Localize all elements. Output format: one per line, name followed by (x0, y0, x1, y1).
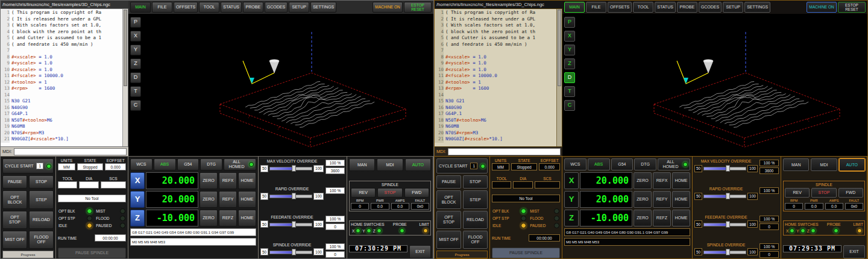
tab-probe[interactable]: PROBE (243, 2, 263, 13)
refz-button[interactable]: REFZ (219, 210, 237, 226)
feedrate-override-slider[interactable] (269, 221, 312, 228)
tab-status[interactable]: STATUS (221, 2, 242, 13)
view-button-x[interactable]: X (130, 31, 141, 42)
tab-settings[interactable]: SETTINGS (744, 2, 770, 13)
pause-button[interactable]: PAUSE (2, 175, 27, 189)
stop-button[interactable]: STOP (29, 175, 54, 189)
g54-button[interactable]: G54 (177, 158, 200, 170)
refy-button[interactable]: REFY (653, 191, 671, 208)
scrollbar-thumb[interactable] (558, 10, 561, 86)
view-button-p[interactable]: P (564, 17, 575, 28)
tab-gcodes[interactable]: GCODES (699, 2, 722, 13)
view-button-y[interactable]: Y (564, 45, 575, 55)
axis-x-button[interactable]: X (130, 172, 145, 189)
home-x-button[interactable]: HOME (238, 172, 256, 189)
flood-off-button[interactable]: FLOOD OFF (29, 231, 54, 249)
tab-file[interactable]: FILE (152, 2, 172, 13)
zero-x-button[interactable]: ZERO (634, 172, 652, 189)
exit-button[interactable]: EXIT (843, 245, 865, 258)
view-button-d[interactable]: D (564, 72, 575, 83)
scrollbar-thumb[interactable] (124, 10, 127, 86)
rapid-override-slider[interactable] (703, 193, 746, 199)
opt-block-button[interactable]: OPT BLOCK (436, 190, 461, 208)
home-z-button[interactable]: HOME (672, 210, 690, 226)
spindle-stop-button[interactable]: STOP (811, 188, 836, 198)
zero-y-button[interactable]: ZERO (200, 191, 218, 208)
slider-handle[interactable] (292, 221, 296, 228)
backplot-view[interactable]: P X Y Z D T C (562, 14, 867, 156)
home-y-button[interactable]: HOME (672, 191, 690, 208)
reload-button[interactable]: RELOAD (29, 211, 54, 229)
view-button-x[interactable]: X (564, 31, 575, 42)
backplot-view[interactable]: P X Y Z D T C (128, 14, 433, 156)
dtg-button[interactable]: DTG (634, 158, 656, 170)
spindle-override-slider[interactable] (269, 249, 312, 255)
abs-button[interactable]: ABS (154, 158, 176, 170)
home-y-button[interactable]: HOME (238, 191, 256, 208)
cycle-start-button[interactable]: CYCLE START 1 (2, 158, 54, 173)
spindle-stop-button[interactable]: STOP (377, 188, 402, 198)
home-z-button[interactable]: HOME (238, 210, 256, 226)
view-button-c[interactable]: C (564, 100, 575, 111)
mdi-mode-button[interactable]: MDI (377, 158, 403, 171)
gcode-editor[interactable]: 1( This program is copyright of Ra2( It … (1, 8, 128, 147)
stop-button[interactable]: STOP (463, 175, 488, 189)
tab-main[interactable]: MAIN (130, 2, 151, 13)
all-homed-button[interactable]: ALL HOMED (658, 158, 690, 170)
step-button[interactable]: STEP (463, 190, 488, 208)
refz-button[interactable]: REFZ (653, 210, 671, 226)
estop-reset-button[interactable]: ESTOP RESET (838, 2, 866, 13)
spindle-override-slider[interactable] (703, 249, 746, 255)
zero-y-button[interactable]: ZERO (634, 191, 652, 208)
view-button-z[interactable]: Z (130, 58, 141, 69)
spindle-fwd-button[interactable]: FWD (838, 188, 863, 198)
tab-tool[interactable]: TOOL (633, 2, 653, 13)
view-button-d[interactable]: D (130, 72, 141, 83)
axis-y-button[interactable]: Y (130, 191, 145, 208)
opt-block-button[interactable]: OPT BLOCK (2, 190, 27, 208)
zero-z-button[interactable]: ZERO (634, 210, 652, 226)
tab-offsets[interactable]: OFFSETS (174, 2, 198, 13)
pause-spindle-button[interactable]: PAUSE SPINDLE (492, 248, 560, 258)
rapid-override-slider[interactable] (269, 193, 312, 199)
tab-probe[interactable]: PROBE (677, 2, 697, 13)
axis-y-button[interactable]: Y (564, 191, 579, 208)
spindle-rev-button[interactable]: REV (785, 188, 810, 198)
all-homed-button[interactable]: ALL HOMED (224, 158, 256, 170)
reload-button[interactable]: RELOAD (463, 211, 488, 229)
refx-button[interactable]: REFX (653, 172, 671, 189)
opt-stop-button[interactable]: OPT STOP (2, 211, 27, 229)
tab-offsets[interactable]: OFFSETS (608, 2, 632, 13)
tab-status[interactable]: STATUS (655, 2, 676, 13)
view-button-p[interactable]: P (130, 17, 141, 28)
auto-mode-button[interactable]: AUTO (405, 158, 431, 171)
slider-handle[interactable] (726, 249, 730, 255)
gcode-editor[interactable]: 1( This program is copyright of Ra2( It … (435, 8, 562, 147)
abs-button[interactable]: ABS (588, 158, 610, 170)
view-button-t[interactable]: T (130, 86, 141, 97)
wcs-button[interactable]: WCS (564, 158, 587, 170)
mist-off-button[interactable]: MIST OFF (436, 231, 461, 249)
machine-on-button[interactable]: MACHINE ON (373, 2, 403, 13)
slider-handle[interactable] (292, 249, 296, 255)
tab-settings[interactable]: SETTINGS (310, 2, 336, 13)
flood-off-button[interactable]: FLOOD OFF (463, 231, 488, 249)
slider-handle[interactable] (726, 221, 730, 228)
axis-z-button[interactable]: Z (564, 210, 579, 226)
refy-button[interactable]: REFY (219, 191, 237, 208)
tab-main[interactable]: MAIN (564, 2, 585, 13)
refx-button[interactable]: REFX (219, 172, 237, 189)
cycle-count-spinbox[interactable]: 1 (470, 163, 477, 169)
man-mode-button[interactable]: MAN (349, 158, 375, 171)
g54-button[interactable]: G54 (611, 158, 634, 170)
view-button-z[interactable]: Z (564, 58, 575, 69)
mdi-input[interactable] (448, 148, 561, 155)
wcs-button[interactable]: WCS (130, 158, 153, 170)
slider-handle[interactable] (726, 193, 730, 199)
estop-reset-button[interactable]: ESTOP RESET (404, 2, 432, 13)
dtg-button[interactable]: DTG (200, 158, 222, 170)
gcode-scrollbar[interactable] (122, 9, 128, 146)
mdi-input[interactable] (14, 148, 127, 155)
cycle-count-spinbox[interactable]: 1 (36, 163, 43, 169)
slider-handle[interactable] (292, 165, 296, 172)
